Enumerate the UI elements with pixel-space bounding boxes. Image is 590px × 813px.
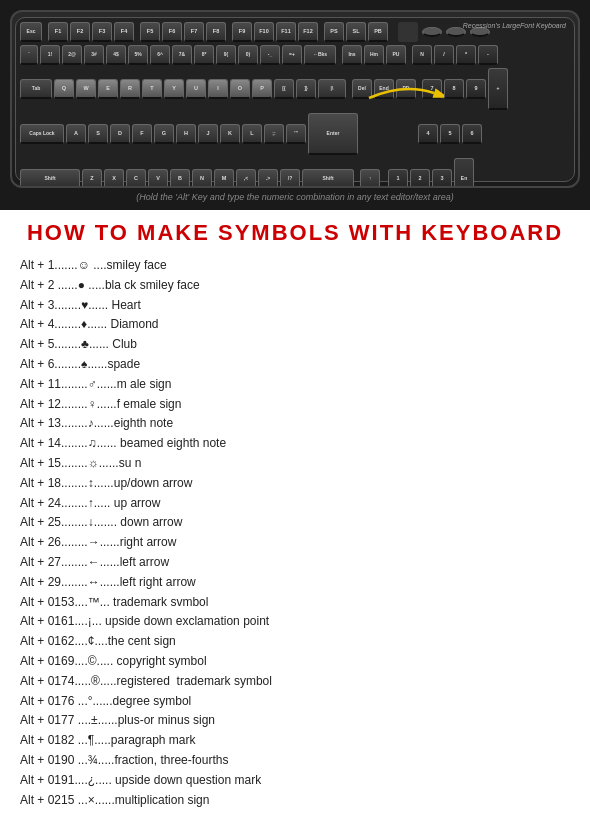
list-item: Alt + 0161....¡... upside down exclamati… <box>20 612 570 632</box>
list-item: Alt + 0174.....®.....registered trademar… <box>20 672 570 692</box>
list-item: Alt + 11........♂......m ale sign <box>20 375 570 395</box>
list-item: Alt + 0177 ....±......plus-or minus sign <box>20 711 570 731</box>
list-item: Alt + 14........♫...... beamed eighth no… <box>20 434 570 454</box>
list-item: Alt + 27........←......left arrow <box>20 553 570 573</box>
content-section: Alt + 1.......☺ ....smiley faceAlt + 2 .… <box>0 252 590 813</box>
list-item: Alt + 26........→......right arrow <box>20 533 570 553</box>
list-item: Alt + 6........♠......spade <box>20 355 570 375</box>
list-item: Alt + 15........☼......su n <box>20 454 570 474</box>
list-item: Alt + 3........♥...... Heart <box>20 296 570 316</box>
list-item: Alt + 0162....¢....the cent sign <box>20 632 570 652</box>
list-item: Alt + 18........↕......up/down arrow <box>20 474 570 494</box>
arrow-overlay <box>364 78 444 108</box>
list-item: Alt + 13........♪......eighth note <box>20 414 570 434</box>
list-item: Alt + 0176 ...°......degree symbol <box>20 692 570 712</box>
page-title: HOW TO MAKE SYMBOLS WITH KEYBOARD <box>27 220 563 246</box>
shortcut-list: Alt + 1.......☺ ....smiley faceAlt + 2 .… <box>20 256 570 813</box>
list-item: Alt + 25........↓....... down arrow <box>20 513 570 533</box>
list-item: Alt + 5........♣...... Club <box>20 335 570 355</box>
list-item: Alt + 29........↔......left right arrow <box>20 573 570 593</box>
list-item: Alt + 0190 ...¾.....fraction, three-four… <box>20 751 570 771</box>
keyboard-section: Recession's LargeFont Keyboard Esc F1 F2… <box>0 0 590 210</box>
list-item: Alt + 0215 ...×......multiplication sign <box>20 791 570 811</box>
keyboard-visual: Recession's LargeFont Keyboard Esc F1 F2… <box>15 17 575 182</box>
list-item: Alt + 0169....©..... copyright symbol <box>20 652 570 672</box>
list-item: Alt + 0153....™... trademark svmbol <box>20 593 570 613</box>
list-item: Alt + 0182 ...¶.....paragraph mark <box>20 731 570 751</box>
list-item: Alt + 0191....¿..... upside down questio… <box>20 771 570 791</box>
keyboard-image: Recession's LargeFont Keyboard Esc F1 F2… <box>10 10 580 188</box>
list-item: Alt + 1.......☺ ....smiley face <box>20 256 570 276</box>
list-item: Alt + 4........♦...... Diamond <box>20 315 570 335</box>
list-item: Alt + 12........♀......f emale sign <box>20 395 570 415</box>
title-section: HOW TO MAKE SYMBOLS WITH KEYBOARD <box>0 210 590 252</box>
keyboard-caption: (Hold the 'Alt' Key and type the numeric… <box>136 192 454 202</box>
list-item: Alt + 24........↑..... up arrow <box>20 494 570 514</box>
list-item: Alt + 2 ......● .....bla ck smiley face <box>20 276 570 296</box>
brand-label: Recession's LargeFont Keyboard <box>463 22 566 29</box>
